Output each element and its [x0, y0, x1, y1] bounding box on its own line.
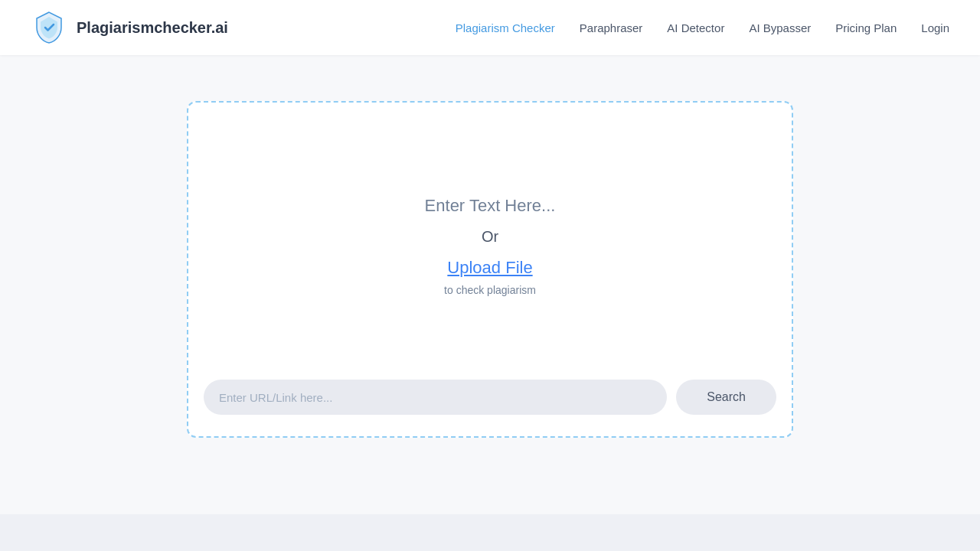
footer-bar: [0, 514, 980, 551]
nav-link-pricing-plan[interactable]: Pricing Plan: [835, 21, 897, 34]
url-input[interactable]: [204, 380, 667, 415]
nav-link-paraphraser[interactable]: Paraphraser: [580, 21, 643, 34]
search-button[interactable]: Search: [676, 380, 776, 415]
logo-icon: [31, 9, 67, 46]
main-content: Enter Text Here... Or Upload File to che…: [0, 55, 980, 438]
upload-box[interactable]: Enter Text Here... Or Upload File to che…: [187, 101, 793, 438]
upload-subtext: to check plagiarism: [444, 284, 536, 296]
nav-links: Plagiarism Checker Paraphraser AI Detect…: [456, 21, 949, 34]
nav-link-login[interactable]: Login: [921, 21, 949, 34]
url-bar-section: Search: [204, 373, 776, 421]
upload-box-inner: Enter Text Here... Or Upload File to che…: [425, 118, 556, 373]
navbar: Plagiarismchecker.ai Plagiarism Checker …: [0, 0, 980, 55]
or-divider-text: Or: [482, 228, 498, 246]
brand-name: Plagiarismchecker.ai: [77, 19, 228, 37]
nav-link-ai-detector[interactable]: AI Detector: [667, 21, 724, 34]
nav-link-ai-bypasser[interactable]: AI Bypasser: [749, 21, 811, 34]
upload-file-link[interactable]: Upload File: [447, 258, 532, 278]
enter-text-placeholder: Enter Text Here...: [425, 196, 556, 216]
nav-link-plagiarism-checker[interactable]: Plagiarism Checker: [456, 21, 555, 34]
brand: Plagiarismchecker.ai: [31, 9, 228, 46]
